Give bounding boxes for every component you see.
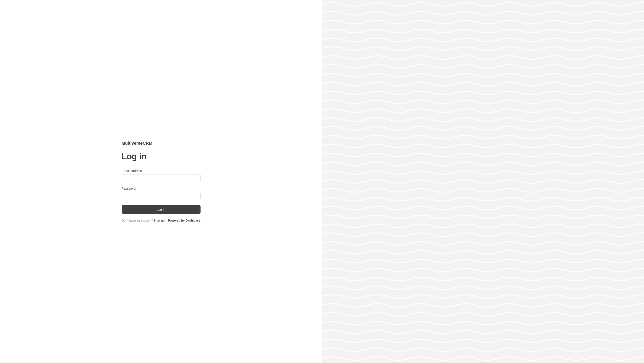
email-label: Email address <box>122 169 200 173</box>
wave-pattern-icon <box>322 0 644 363</box>
signup-section: Don't have an account? Sign up <box>122 219 165 222</box>
password-group: Password <box>122 187 200 200</box>
email-group: Email address <box>122 169 200 182</box>
signup-link[interactable]: Sign up <box>154 219 164 222</box>
decorative-panel <box>322 0 644 363</box>
brand-name: MultiverseCRM <box>122 141 200 146</box>
footer-row: Don't have an account? Sign up Powered b… <box>122 219 200 222</box>
login-panel: MultiverseCRM Log in Email address Passw… <box>0 0 322 363</box>
signup-prompt: Don't have an account? <box>122 219 154 222</box>
powered-by: Powered by Dashibase <box>168 219 200 222</box>
password-label: Password <box>122 187 200 190</box>
email-field[interactable] <box>122 174 200 182</box>
page-title: Log in <box>122 152 200 161</box>
login-button[interactable]: Log in <box>122 205 200 214</box>
login-container: MultiverseCRM Log in Email address Passw… <box>122 141 200 222</box>
password-field[interactable] <box>122 192 200 200</box>
svg-rect-1 <box>322 0 644 363</box>
